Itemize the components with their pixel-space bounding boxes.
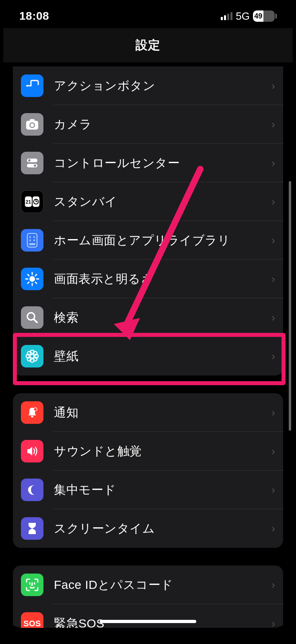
row-label: 画面表示と明るさ (54, 271, 271, 287)
cellular-signal-icon (221, 12, 232, 20)
speaker-icon (21, 440, 43, 462)
row-label: スクリーンタイム (54, 520, 271, 537)
home-indicator[interactable] (100, 620, 196, 623)
settings-group-general: アクションボタン › カメラ › コントロールセンター › 21 (13, 66, 283, 376)
chevron-right-icon: › (271, 118, 275, 131)
standby-icon: 21 (21, 190, 43, 213)
row-label: 集中モード (54, 482, 271, 498)
svg-line-25 (28, 275, 29, 276)
search-icon (21, 306, 43, 329)
svg-point-15 (29, 236, 31, 238)
row-label: サウンドと触覚 (54, 443, 271, 460)
scroll-indicator[interactable] (289, 181, 291, 431)
row-wallpaper[interactable]: 壁紙 › (13, 337, 283, 376)
settings-list[interactable]: アクションボタン › カメラ › コントロールセンター › 21 (3, 66, 293, 628)
home-screen-icon (21, 229, 43, 252)
svg-point-41 (34, 408, 37, 411)
chevron-right-icon: › (271, 312, 275, 324)
row-action-button[interactable]: アクションボタン › (13, 66, 283, 105)
bell-icon (21, 401, 43, 424)
svg-point-18 (33, 239, 35, 241)
svg-rect-19 (29, 243, 35, 245)
row-standby[interactable]: 21 スタンバイ › (13, 182, 283, 221)
row-label: ホーム画面とアプリライブラリ (54, 232, 271, 249)
svg-point-17 (29, 239, 31, 241)
chevron-right-icon: › (271, 445, 275, 458)
status-bar: 18:08 5G 49 (3, 0, 293, 28)
svg-text:21: 21 (26, 199, 31, 205)
chevron-right-icon: › (271, 484, 275, 496)
action-button-icon (21, 74, 43, 97)
row-label: スタンバイ (54, 194, 271, 210)
toggles-icon (21, 152, 43, 174)
row-label: 通知 (54, 405, 271, 421)
moon-icon (21, 479, 43, 501)
row-sos[interactable]: SOS 緊急SOS › (13, 604, 283, 628)
chevron-right-icon: › (271, 196, 275, 208)
svg-line-27 (28, 282, 29, 283)
row-label: 検索 (54, 310, 271, 326)
page-title: 設定 (136, 37, 160, 54)
chevron-right-icon: › (271, 350, 275, 363)
svg-point-20 (29, 276, 35, 282)
svg-point-5 (28, 159, 31, 162)
row-search[interactable]: 検索 › (13, 298, 283, 337)
chevron-right-icon: › (271, 80, 275, 92)
hourglass-icon (21, 517, 43, 540)
settings-group-security: Face IDとパスコード › SOS 緊急SOS › プライバシーとセキュリテ… (13, 566, 283, 628)
row-notifications[interactable]: 通知 › (13, 393, 283, 432)
svg-point-7 (34, 165, 36, 167)
row-display[interactable]: 画面表示と明るさ › (13, 260, 283, 298)
svg-point-3 (31, 124, 34, 127)
wallpaper-icon (21, 345, 43, 367)
svg-rect-1 (30, 119, 35, 122)
chevron-right-icon: › (271, 522, 275, 535)
brightness-icon (21, 268, 43, 290)
row-label: カメラ (54, 116, 271, 133)
row-home-screen[interactable]: ホーム画面とアプリライブラリ › (13, 221, 283, 260)
row-label: 壁紙 (54, 348, 271, 365)
settings-group-attention: 通知 › サウンドと触覚 › 集中モード › (13, 393, 283, 548)
row-label: コントロールセンター (54, 155, 271, 171)
nav-bar: 設定 (3, 28, 293, 62)
chevron-right-icon: › (271, 157, 275, 169)
chevron-right-icon: › (271, 617, 275, 628)
status-time: 18:08 (19, 10, 49, 23)
faceid-icon (21, 574, 43, 596)
chevron-right-icon: › (271, 579, 275, 591)
sos-icon: SOS (21, 612, 43, 628)
camera-icon (21, 113, 43, 136)
battery-icon: 49 (253, 10, 277, 22)
network-label: 5G (236, 10, 250, 23)
chevron-right-icon: › (271, 273, 275, 285)
row-faceid[interactable]: Face IDとパスコード › (13, 566, 283, 604)
svg-line-26 (35, 282, 37, 283)
row-control-center[interactable]: コントロールセンター › (13, 144, 283, 182)
row-label: アクションボタン (54, 78, 271, 94)
svg-rect-40 (31, 416, 33, 417)
svg-point-16 (33, 236, 35, 238)
chevron-right-icon: › (271, 234, 275, 247)
phone-frame: 18:08 5G 49 設定 アクションボタン › (3, 0, 293, 628)
svg-line-30 (34, 319, 37, 322)
row-sounds[interactable]: サウンドと触覚 › (13, 432, 283, 471)
status-right: 5G 49 (221, 10, 277, 23)
row-screentime[interactable]: スクリーンタイム › (13, 509, 283, 548)
row-camera[interactable]: カメラ › (13, 105, 283, 144)
chevron-right-icon: › (271, 407, 275, 419)
row-label: Face IDとパスコード (54, 577, 271, 593)
svg-line-28 (35, 275, 37, 276)
row-focus[interactable]: 集中モード › (13, 471, 283, 509)
